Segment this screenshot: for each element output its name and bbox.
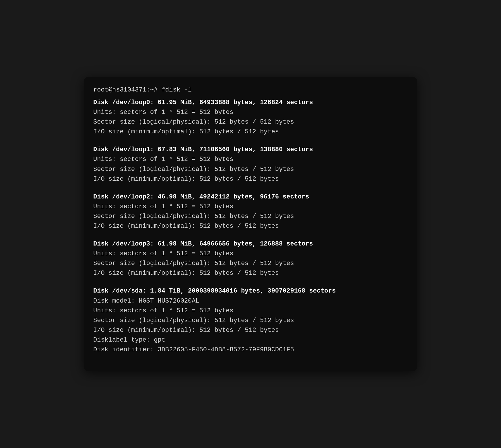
disk-line-3-0: Units: sectors of 1 * 512 = 512 bytes xyxy=(93,249,408,259)
disk-block-0: Disk /dev/loop0: 61.95 MiB, 64933888 byt… xyxy=(93,98,408,137)
disk-block-2: Disk /dev/loop2: 46.98 MiB, 49242112 byt… xyxy=(93,192,408,231)
disk-line-3-2: I/O size (minimum/optimal): 512 bytes / … xyxy=(93,268,408,278)
disk-header-0: Disk /dev/loop0: 61.95 MiB, 64933888 byt… xyxy=(93,98,408,108)
disk-line-4-5: Disk identifier: 3DB22605-F450-4DB8-B572… xyxy=(93,345,408,355)
disk-line-0-0: Units: sectors of 1 * 512 = 512 bytes xyxy=(93,108,408,117)
disk-block-1: Disk /dev/loop1: 67.83 MiB, 71106560 byt… xyxy=(93,145,408,184)
disk-block-4: Disk /dev/sda: 1.84 TiB, 2000398934016 b… xyxy=(93,286,408,355)
disk-block-3: Disk /dev/loop3: 61.98 MiB, 64966656 byt… xyxy=(93,239,408,278)
disk-line-1-1: Sector size (logical/physical): 512 byte… xyxy=(93,165,408,174)
disk-line-4-1: Units: sectors of 1 * 512 = 512 bytes xyxy=(93,306,408,316)
disk-line-4-0: Disk model: HGST HUS726020AL xyxy=(93,296,408,306)
disk-header-2: Disk /dev/loop2: 46.98 MiB, 49242112 byt… xyxy=(93,192,408,202)
disk-line-4-3: I/O size (minimum/optimal): 512 bytes / … xyxy=(93,326,408,335)
disk-header-4: Disk /dev/sda: 1.84 TiB, 2000398934016 b… xyxy=(93,286,408,296)
terminal-window: root@ns3104371:~# fdisk -l Disk /dev/loo… xyxy=(84,77,417,371)
disk-header-3: Disk /dev/loop3: 61.98 MiB, 64966656 byt… xyxy=(93,239,408,249)
disk-line-4-4: Disklabel type: gpt xyxy=(93,335,408,345)
disk-line-2-0: Units: sectors of 1 * 512 = 512 bytes xyxy=(93,202,408,212)
disk-line-3-1: Sector size (logical/physical): 512 byte… xyxy=(93,259,408,268)
disk-line-1-2: I/O size (minimum/optimal): 512 bytes / … xyxy=(93,174,408,184)
disk-line-0-1: Sector size (logical/physical): 512 byte… xyxy=(93,117,408,127)
disk-line-1-0: Units: sectors of 1 * 512 = 512 bytes xyxy=(93,155,408,164)
disk-line-4-2: Sector size (logical/physical): 512 byte… xyxy=(93,316,408,326)
disk-line-2-1: Sector size (logical/physical): 512 byte… xyxy=(93,212,408,221)
disk-blocks-container: Disk /dev/loop0: 61.95 MiB, 64933888 byt… xyxy=(93,98,408,355)
command-line: root@ns3104371:~# fdisk -l xyxy=(93,85,408,95)
disk-header-1: Disk /dev/loop1: 67.83 MiB, 71106560 byt… xyxy=(93,145,408,155)
disk-line-0-2: I/O size (minimum/optimal): 512 bytes / … xyxy=(93,127,408,137)
disk-line-2-2: I/O size (minimum/optimal): 512 bytes / … xyxy=(93,221,408,231)
